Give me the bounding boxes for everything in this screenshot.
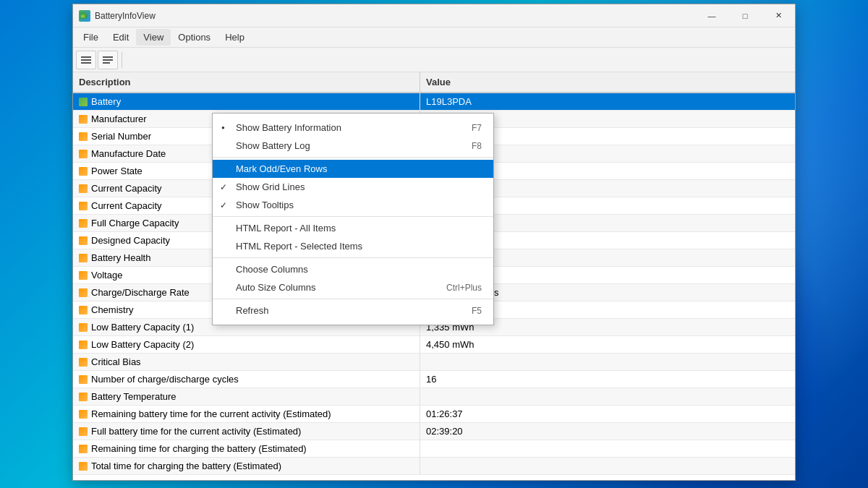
menu-section-5: Refresh F5 bbox=[213, 299, 493, 322]
menu-item-show-grid-lines[interactable]: ✓ Show Grid Lines bbox=[213, 178, 493, 196]
svg-rect-4 bbox=[81, 59, 91, 61]
window-title: BatteryInfoView bbox=[95, 11, 156, 21]
svg-rect-3 bbox=[81, 56, 91, 58]
menu-section-1: ● Show Battery Information F7 Show Batte… bbox=[213, 116, 493, 158]
toolbar bbox=[73, 48, 795, 72]
close-button[interactable]: ✕ bbox=[762, 4, 795, 27]
menu-section-4: Choose Columns Auto Size Columns Ctrl+Pl… bbox=[213, 258, 493, 299]
menu-item-show-tooltips[interactable]: ✓ Show Tooltips bbox=[213, 196, 493, 214]
content-area: Description Value Battery L19L3PDA Manuf… bbox=[73, 72, 795, 480]
checkmark-icon: ✓ bbox=[220, 200, 227, 210]
minimize-button[interactable]: — bbox=[695, 4, 728, 27]
menu-item-html-all[interactable]: HTML Report - All Items bbox=[213, 219, 493, 237]
toolbar-btn-2[interactable] bbox=[98, 51, 118, 69]
maximize-button[interactable]: □ bbox=[728, 4, 762, 27]
menu-help[interactable]: Help bbox=[218, 29, 252, 46]
svg-rect-7 bbox=[103, 59, 113, 61]
menu-item-show-battery-log[interactable]: Show Battery Log F8 bbox=[213, 137, 493, 155]
menu-item-show-battery-info[interactable]: ● Show Battery Information F7 bbox=[213, 119, 493, 137]
menu-options[interactable]: Options bbox=[171, 29, 218, 46]
menu-file[interactable]: File bbox=[76, 29, 106, 46]
menu-item-choose-columns[interactable]: Choose Columns bbox=[213, 260, 493, 278]
menu-view[interactable]: View bbox=[136, 29, 171, 46]
toolbar-btn-1[interactable] bbox=[76, 51, 96, 69]
main-window: BatteryInfoView — □ ✕ File Edit View Opt… bbox=[72, 4, 796, 481]
menu-item-html-selected[interactable]: HTML Report - Selected Items bbox=[213, 237, 493, 255]
menu-bar: File Edit View Options Help bbox=[73, 27, 795, 48]
app-icon bbox=[79, 10, 90, 22]
menu-item-mark-odd-even[interactable]: Mark Odd/Even Rows bbox=[213, 160, 493, 178]
toolbar-separator bbox=[122, 52, 122, 68]
checkmark-icon: ✓ bbox=[220, 182, 227, 192]
svg-rect-1 bbox=[86, 14, 88, 17]
svg-rect-5 bbox=[81, 62, 91, 64]
svg-rect-8 bbox=[103, 62, 110, 64]
bullet-icon: ● bbox=[221, 124, 225, 131]
title-bar-left: BatteryInfoView bbox=[79, 10, 156, 22]
view-dropdown-menu: ● Show Battery Information F7 Show Batte… bbox=[212, 113, 494, 325]
svg-rect-6 bbox=[103, 56, 113, 58]
window-controls: — □ ✕ bbox=[695, 4, 795, 27]
menu-item-auto-size[interactable]: Auto Size Columns Ctrl+Plus bbox=[213, 278, 493, 296]
menu-edit[interactable]: Edit bbox=[106, 29, 136, 46]
dropdown-overlay[interactable]: ● Show Battery Information F7 Show Batte… bbox=[73, 72, 795, 480]
menu-section-3: HTML Report - All Items HTML Report - Se… bbox=[213, 217, 493, 258]
svg-rect-2 bbox=[81, 15, 85, 17]
title-bar: BatteryInfoView — □ ✕ bbox=[73, 4, 795, 27]
menu-section-2: Mark Odd/Even Rows ✓ Show Grid Lines ✓ S… bbox=[213, 158, 493, 217]
menu-item-refresh[interactable]: Refresh F5 bbox=[213, 301, 493, 320]
